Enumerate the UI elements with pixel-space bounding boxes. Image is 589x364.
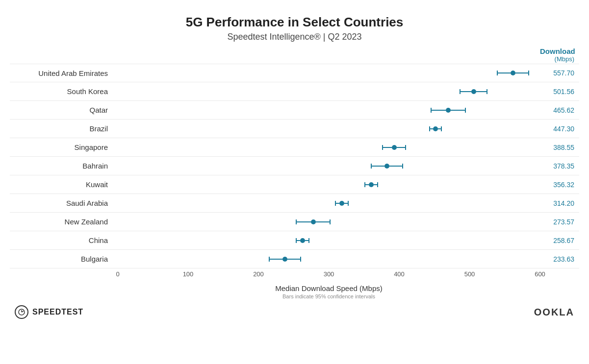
data-row: Saudi Arabia314.20	[10, 194, 579, 213]
error-bar-left	[430, 128, 433, 129]
data-row: South Korea501.56	[10, 82, 579, 101]
error-bar-right	[389, 166, 402, 167]
center-dot-icon	[384, 164, 389, 169]
dot-container	[269, 257, 301, 262]
error-bar-left	[297, 221, 311, 222]
value-label: 388.55	[540, 144, 579, 151]
error-bar-left	[297, 240, 300, 241]
error-bar-left	[270, 259, 282, 260]
value-label: 356.32	[540, 181, 579, 189]
bar-cell	[118, 231, 540, 250]
center-dot-icon	[446, 108, 451, 113]
chart-subtitle: Speedtest Intelligence® | Q2 2023	[10, 32, 579, 42]
header-row: Download (Mbps)	[10, 47, 579, 63]
center-dot-icon	[300, 238, 305, 243]
x-tick: 100	[183, 270, 194, 278]
country-label: Bahrain	[10, 162, 118, 170]
dot-container	[296, 238, 309, 243]
country-label: New Zealand	[10, 218, 118, 226]
download-header: Download (Mbps)	[540, 47, 579, 63]
error-bar-left	[432, 110, 446, 111]
chart-container: 5G Performance in Select Countries Speed…	[0, 0, 589, 364]
data-row: Bulgaria233.63	[10, 250, 579, 268]
bar-cell	[118, 82, 540, 101]
chart-main: Download (Mbps) United Arab Emirates557.…	[10, 47, 579, 280]
rows-container: United Arab Emirates557.70South Korea501…	[10, 64, 579, 268]
data-row: New Zealand273.57	[10, 213, 579, 231]
bar-cell	[118, 101, 540, 120]
center-dot-icon	[339, 201, 344, 206]
data-row: Qatar465.62	[10, 101, 579, 120]
error-bar-right	[451, 110, 465, 111]
data-row: United Arab Emirates557.70	[10, 64, 579, 82]
speedtest-text: SPEEDTEST	[32, 308, 83, 316]
value-label: 314.20	[540, 199, 579, 207]
x-axis-label-area: Median Download Speed (Mbps) Bars indica…	[10, 284, 579, 299]
value-label: 447.30	[540, 125, 579, 133]
x-tick: 600	[535, 270, 545, 278]
error-bar-left	[365, 184, 369, 185]
dot-container	[296, 219, 330, 224]
center-dot-icon	[433, 126, 438, 131]
x-axis-ticks: 0100200300400500600	[118, 270, 540, 280]
value-label: 378.35	[540, 162, 579, 170]
value-label: 501.56	[540, 88, 579, 96]
value-label: 465.62	[540, 106, 579, 114]
speedtest-logo: SPEEDTEST	[15, 305, 83, 319]
bar-cell	[118, 194, 540, 213]
error-bar-right	[344, 203, 348, 204]
country-label: Kuwait	[10, 180, 118, 189]
error-bar-left	[461, 91, 471, 92]
country-label: Singapore	[10, 143, 118, 151]
bar-cell	[118, 213, 540, 231]
data-row: Brazil447.30	[10, 120, 579, 138]
x-tick: 300	[324, 270, 334, 278]
error-cap-right-icon	[405, 145, 406, 150]
dot-container	[431, 108, 465, 113]
dot-container	[430, 126, 441, 131]
error-bar-left	[383, 147, 391, 148]
center-dot-icon	[282, 257, 287, 262]
value-label: 233.63	[540, 255, 579, 263]
x-tick: 0	[116, 270, 119, 278]
x-axis-note: Bars indicate 95% confidence intervals	[118, 293, 540, 299]
country-label: Saudi Arabia	[10, 199, 118, 207]
x-tick: 400	[394, 270, 405, 278]
dot-container	[497, 71, 529, 75]
center-dot-icon	[369, 182, 374, 187]
error-cap-right-icon	[330, 219, 331, 224]
error-bar-right	[515, 73, 528, 73]
value-label: 258.67	[540, 237, 579, 244]
error-bar-right	[374, 184, 377, 185]
bar-cell	[118, 157, 540, 175]
bar-cell	[118, 64, 540, 82]
center-dot-icon	[392, 145, 397, 150]
data-row: China258.67	[10, 231, 579, 250]
error-bar-right	[287, 259, 300, 260]
x-axis-spacer	[10, 270, 118, 280]
download-unit: (Mbps)	[540, 55, 574, 63]
data-row: Kuwait356.32	[10, 175, 579, 194]
value-label: 273.57	[540, 218, 579, 226]
error-cap-right-icon	[441, 126, 442, 131]
country-label: United Arab Emirates	[10, 69, 118, 77]
x-axis-value-spacer	[540, 270, 579, 280]
error-cap-right-icon	[402, 164, 403, 169]
country-label: South Korea	[10, 87, 118, 96]
x-tick: 200	[253, 270, 264, 278]
error-bar-left	[372, 166, 384, 167]
data-row: Singapore388.55	[10, 138, 579, 157]
bar-cell	[118, 120, 540, 138]
bar-cell	[118, 250, 540, 268]
center-dot-icon	[511, 71, 515, 75]
error-bar-right	[476, 91, 487, 92]
bar-cell	[118, 138, 540, 157]
country-label: Brazil	[10, 124, 118, 133]
data-row: Bahrain378.35	[10, 157, 579, 175]
dot-container	[383, 145, 405, 150]
error-cap-right-icon	[528, 71, 529, 75]
error-cap-right-icon	[300, 257, 301, 262]
title-section: 5G Performance in Select Countries Speed…	[10, 15, 579, 42]
country-label: Bulgaria	[10, 255, 118, 263]
x-axis-area: 0100200300400500600	[10, 270, 579, 280]
